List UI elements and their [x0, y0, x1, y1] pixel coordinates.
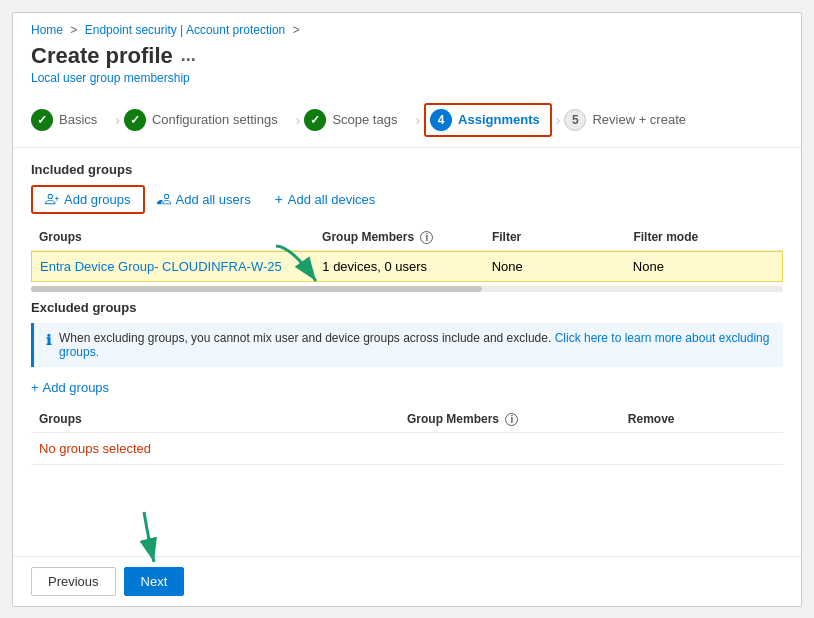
excluded-table-header: Groups Group Members i Remove — [31, 406, 783, 433]
step-divider-1: › — [115, 112, 120, 128]
more-options-button[interactable]: ... — [181, 45, 196, 66]
step-divider-4: › — [556, 112, 561, 128]
step-review[interactable]: 5 Review + create — [564, 103, 700, 137]
step-5-circle: 5 — [564, 109, 586, 131]
page-subtitle: Local user group membership — [31, 71, 783, 85]
excluded-add-groups-button[interactable]: + Add groups — [31, 375, 109, 400]
step-configuration[interactable]: ✓ Configuration settings — [124, 103, 292, 137]
excl-col-groups: Groups — [39, 412, 407, 426]
group-members-count: 1 devices, 0 users — [322, 259, 491, 274]
page-container: Home > Endpoint security | Account prote… — [12, 12, 802, 607]
col-groups: Groups — [39, 230, 322, 244]
add-all-devices-label: Add all devices — [288, 192, 375, 207]
info-icon: ℹ — [46, 332, 51, 348]
scrollbar-thumb[interactable] — [31, 286, 482, 292]
add-all-devices-button[interactable]: + Add all devices — [263, 186, 388, 212]
info-message: When excluding groups, you cannot mix us… — [59, 331, 771, 359]
col-filter-mode: Filter mode — [633, 230, 775, 244]
included-table-header: Groups Group Members i Filter Filter mod… — [31, 224, 783, 251]
previous-button[interactable]: Previous — [31, 567, 116, 596]
person-add-icon — [45, 192, 59, 206]
filter-mode-value: None — [633, 259, 774, 274]
step-1-circle: ✓ — [31, 109, 53, 131]
step-assignments[interactable]: 4 Assignments — [424, 103, 552, 137]
info-box: ℹ When excluding groups, you cannot mix … — [31, 323, 783, 367]
add-all-users-label: Add all users — [176, 192, 251, 207]
page-header: Create profile ... Local user group memb… — [13, 41, 801, 93]
excluded-groups-title: Excluded groups — [31, 300, 783, 315]
filter-value: None — [492, 259, 633, 274]
table-row-wrapper: Entra Device Group- CLOUDINFRA-W-25 1 de… — [31, 251, 783, 282]
people-icon — [157, 192, 171, 206]
plus-icon: + — [275, 191, 283, 207]
content-area: Included groups Add groups Add all users… — [13, 148, 801, 556]
step-5-label: Review + create — [592, 112, 686, 127]
steps-bar: ✓ Basics › ✓ Configuration settings › ✓ … — [13, 93, 801, 148]
step-divider-3: › — [415, 112, 420, 128]
group-name: Entra Device Group- CLOUDINFRA-W-25 — [40, 259, 322, 274]
included-groups-title: Included groups — [31, 162, 783, 177]
add-all-users-button[interactable]: Add all users — [145, 187, 263, 212]
breadcrumb-section[interactable]: Endpoint security | Account protection — [85, 23, 286, 37]
page-title: Create profile ... — [31, 43, 783, 69]
excluded-groups-section: Excluded groups ℹ When excluding groups,… — [31, 300, 783, 465]
excluded-add-groups-label: Add groups — [43, 380, 110, 395]
step-3-circle: ✓ — [304, 109, 326, 131]
page-title-text: Create profile — [31, 43, 173, 69]
plus-icon-excluded: + — [31, 380, 39, 395]
col-filter: Filter — [492, 230, 634, 244]
excl-group-members-info-icon[interactable]: i — [505, 413, 518, 426]
next-button-wrapper: Next — [124, 567, 185, 596]
add-groups-button[interactable]: Add groups — [31, 185, 145, 214]
included-groups-table: Groups Group Members i Filter Filter mod… — [31, 224, 783, 282]
step-2-label: Configuration settings — [152, 112, 278, 127]
no-groups-row: No groups selected — [31, 433, 783, 465]
group-members-info-icon[interactable]: i — [420, 231, 433, 244]
step-3-label: Scope tags — [332, 112, 397, 127]
step-4-circle: 4 — [430, 109, 452, 131]
excluded-groups-table: Groups Group Members i Remove No groups … — [31, 406, 783, 465]
included-action-bar: Add groups Add all users + Add all devic… — [31, 185, 783, 214]
breadcrumb-sep2: > — [293, 23, 300, 37]
step-4-label: Assignments — [458, 112, 540, 127]
breadcrumb-sep1: > — [70, 23, 77, 37]
step-scope-tags[interactable]: ✓ Scope tags — [304, 103, 411, 137]
excl-col-remove: Remove — [628, 412, 775, 426]
scrollbar-container — [31, 286, 783, 292]
add-groups-label: Add groups — [64, 192, 131, 207]
step-2-circle: ✓ — [124, 109, 146, 131]
breadcrumb-home[interactable]: Home — [31, 23, 63, 37]
col-group-members: Group Members i — [322, 230, 492, 244]
footer: Previous Next — [13, 556, 801, 606]
step-1-label: Basics — [59, 112, 97, 127]
table-row[interactable]: Entra Device Group- CLOUDINFRA-W-25 1 de… — [31, 251, 783, 282]
breadcrumb: Home > Endpoint security | Account prote… — [13, 13, 801, 41]
step-divider-2: › — [296, 112, 301, 128]
next-button[interactable]: Next — [124, 567, 185, 596]
excl-col-members: Group Members i — [407, 412, 628, 426]
step-basics[interactable]: ✓ Basics — [31, 103, 111, 137]
